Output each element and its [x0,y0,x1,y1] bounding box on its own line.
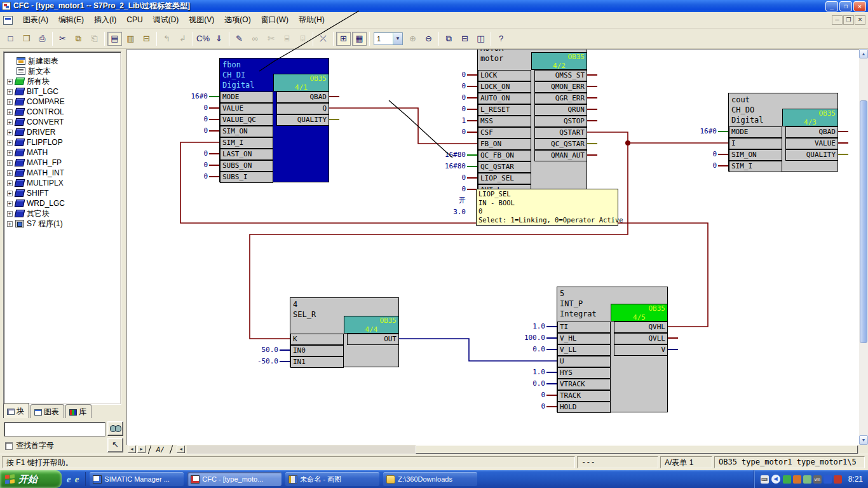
expand-icon[interactable]: + [7,130,13,135]
vertical-scroll-thumb[interactable] [860,100,867,343]
input-SIM_ON[interactable]: SIM_ON [729,149,782,161]
input-value-TI[interactable]: 1.0 [511,322,545,331]
chart-io-button[interactable]: ▥ [123,32,138,46]
expand-icon[interactable]: + [7,211,13,217]
input-value-MODE[interactable]: 16#0 [682,127,717,136]
input-K[interactable]: K [290,334,344,345]
input-value-IN0[interactable]: 50.0 [244,346,278,355]
input-SIM_ON[interactable]: SIM_ON [220,126,273,137]
input-LIOP_SEL[interactable]: LIOP_SEL [478,173,531,184]
input-TRACK[interactable]: TRACK [557,390,611,402]
help-cursor-button[interactable]: ? [494,32,508,46]
block-sel_r[interactable]: 4SEL_ROB354/4KIN0IN1OUT [290,297,399,367]
mdi-close-button[interactable]: ✕ [855,15,865,25]
block-fbon[interactable]: fbonCH_DIDigitalOB354/1MODEVALUEVALUE_QC… [219,58,329,182]
input-value-LAST_ON[interactable]: 0 [173,149,208,158]
expand-icon[interactable]: + [7,140,13,146]
tree-item-FLIPFLOP[interactable]: +FLIPFLOP [4,137,121,147]
input-value-QC_FB_ON[interactable]: 16#80 [431,151,466,159]
menu-编辑[interactable]: 编辑(E) [53,13,89,26]
vertical-scrollbar[interactable]: ▲ ▼ [859,49,868,445]
mdi-minimize-button[interactable]: ─ [832,15,843,25]
test-mode-button[interactable]: ✎ [232,32,247,46]
input-value-LOCK_ON[interactable]: 0 [431,82,466,91]
menu-选项[interactable]: 选项(O) [219,13,255,26]
tree-item-COMPARE[interactable]: +COMPARE [4,97,121,107]
horizontal-scrollbar[interactable] [187,445,859,454]
goto-successor-button[interactable]: ↲ [175,32,190,46]
tree-item-MULTIPLX[interactable]: +MULTIPLX [4,178,121,188]
input-HOLD[interactable]: HOLD [557,402,611,413]
input-value-CSF[interactable]: 0 [431,128,466,137]
input-value-LOCK[interactable]: 0 [431,71,466,79]
window-tile-h-button[interactable]: ⊟ [458,32,472,46]
output-Q[interactable]: Q [276,103,329,114]
copy-button[interactable]: ⧉ [71,32,86,46]
tree-item-MATH_INT[interactable]: +MATH_INT [4,168,121,178]
input-U[interactable]: U [557,356,611,367]
input-value-hidden[interactable]: 开 [431,196,466,205]
goto-predecessor-button[interactable]: ↰ [159,32,174,46]
find-initial-letter-checkbox[interactable] [5,442,13,450]
input-value-VALUE[interactable]: 0 [173,104,208,112]
output-QVHL[interactable]: QVHL [614,322,668,333]
input-AUTO_ON[interactable]: AUTO_ON [478,93,531,104]
expand-icon[interactable]: + [7,191,13,196]
horizontal-scroll-thumb[interactable] [416,445,858,454]
input-value-AUT_L[interactable]: 0 [431,185,466,194]
output-QSTOP[interactable]: QSTOP [534,116,587,127]
menu-窗口[interactable]: 窗口(W) [256,13,294,26]
zoom-in-button[interactable]: ⊕ [405,32,420,46]
output-QSTART[interactable]: QSTART [534,127,587,139]
show-desktop-icon[interactable]: e [75,474,79,485]
hscroll-left-button[interactable]: ◄ [177,445,185,453]
menu-插入[interactable]: 插入(I) [89,13,121,26]
output-QMSS_ST[interactable]: QMSS_ST [534,70,587,81]
tree-item-BIT_LGC[interactable]: +BIT_LGC [4,86,121,97]
input-HYS[interactable]: HYS [557,367,611,379]
block-int_p[interactable]: 5INT_PIntegratOB354/5TIV_HLV_LLUHYSVTRAC… [557,287,668,412]
tree-item-S7-程序(1)[interactable]: +S7 程序(1) [4,219,121,229]
input-value-SIM_ON[interactable]: 0 [173,126,208,135]
output-QMON_ERR[interactable]: QMON_ERR [534,81,587,93]
scroll-down-button[interactable]: ▼ [859,435,868,445]
expand-icon[interactable]: + [7,160,13,166]
insert-position-button[interactable]: ↖ [107,438,123,452]
ie-icon[interactable]: e [67,474,71,485]
input-VALUE_QC[interactable]: VALUE_QC [220,114,273,126]
tree-item-MATH_FP[interactable]: +MATH_FP [4,158,121,168]
tree-item-新文本[interactable]: 新文本 [4,66,121,76]
menu-调试[interactable]: 调试(D) [148,13,184,26]
output-QUALITY[interactable]: QUALITY [785,149,838,161]
input-value-HYS[interactable]: 1.0 [511,368,545,377]
open-chart-button[interactable]: ❒ [19,32,34,46]
menu-CPU[interactable]: CPU [121,13,147,26]
zoom-select-arrow[interactable]: ▼ [393,33,402,44]
tree-item-MATH[interactable]: +MATH [4,147,121,158]
find-button[interactable] [107,421,123,436]
tree-item-WRD_LGC[interactable]: +WRD_LGC [4,198,121,208]
input-IN0[interactable]: IN0 [290,345,344,356]
update-sampling-button[interactable]: C% [196,32,210,46]
expand-icon[interactable]: + [7,99,13,105]
input-value-VTRACK[interactable]: 0.0 [511,379,545,388]
input-L_RESET[interactable]: L_RESET [478,104,531,116]
cfc-chart-canvas[interactable]: fbonCH_DIDigitalOB354/1MODEVALUEVALUE_QC… [126,49,859,445]
tab-块[interactable]: 块 [3,403,29,418]
close-button[interactable]: ✕ [853,1,866,11]
taskbar-task-folder[interactable]: Z:\360Downloads [383,472,477,486]
tab-库[interactable]: 库 [65,404,92,418]
output-QVLL[interactable]: QVLL [614,333,668,344]
input-value-SIM_ON[interactable]: 0 [682,150,717,159]
expand-icon[interactable]: + [7,89,13,95]
input-I[interactable]: I [729,138,782,149]
tree-item-所有块[interactable]: +所有块 [4,76,121,86]
tree-item-CONTROL[interactable]: +CONTROL [4,107,121,117]
minimize-button[interactable]: _ [825,1,838,11]
paste-button[interactable]: ⎗ [87,32,102,46]
input-value-MODE[interactable]: 16#0 [173,92,208,101]
monitor-button[interactable]: ∞ [248,32,262,46]
download-button[interactable]: ⇓ [212,32,226,46]
window-cascade-button[interactable]: ⧉ [442,32,456,46]
output-QGR_ERR[interactable]: QGR_ERR [534,93,587,104]
